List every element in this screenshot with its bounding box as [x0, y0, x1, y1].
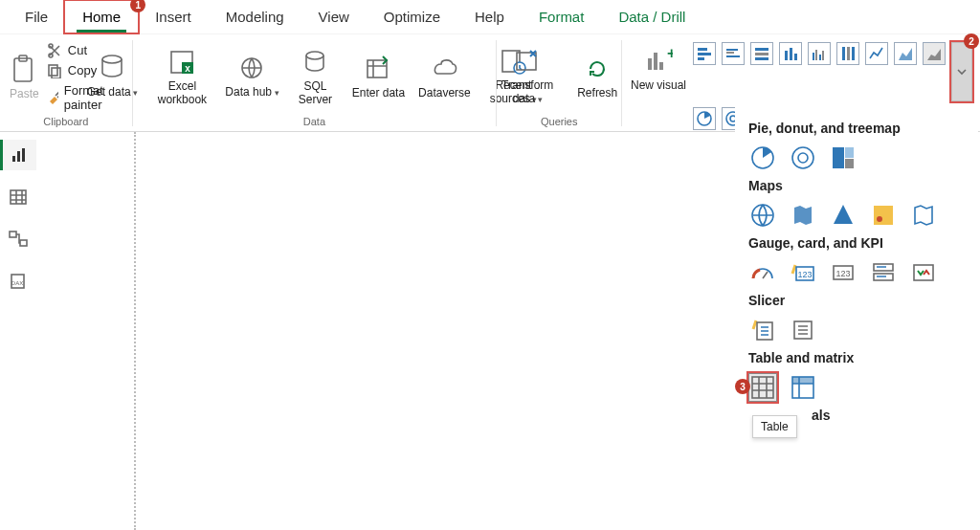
clipboard-icon — [11, 55, 37, 85]
tab-home[interactable]: Home 1 — [65, 1, 138, 33]
tab-view[interactable]: View — [301, 1, 367, 33]
viz-clustered-column[interactable] — [808, 42, 831, 65]
viz-arcgis-map[interactable] — [869, 201, 898, 230]
svg-rect-63 — [833, 147, 844, 168]
viz-area[interactable] — [894, 42, 917, 65]
viz-stacked-bar[interactable] — [693, 42, 716, 65]
enter-data-icon — [364, 55, 392, 83]
svg-rect-38 — [852, 47, 855, 60]
get-data-button[interactable]: Get data — [83, 49, 141, 99]
svg-rect-33 — [815, 50, 817, 60]
new-visual-icon: + — [644, 47, 673, 76]
viz-slicer[interactable] — [789, 316, 817, 344]
svg-rect-27 — [755, 53, 768, 55]
section-gauge: Gauge, card, and KPI — [748, 235, 974, 251]
tab-optimize[interactable]: Optimize — [367, 1, 457, 33]
dax-view-icon: DAX — [9, 273, 28, 290]
viz-table-large[interactable] — [748, 373, 777, 402]
viz-donut-large[interactable] — [789, 144, 817, 172]
svg-text:DAX: DAX — [11, 280, 23, 286]
viz-kpi[interactable] — [909, 258, 938, 287]
tab-data-drill[interactable]: Data / Drill — [601, 1, 702, 33]
tab-modeling[interactable]: Modeling — [209, 1, 301, 33]
svg-point-62 — [798, 153, 808, 163]
svg-rect-75 — [914, 265, 933, 280]
svg-rect-22 — [698, 57, 704, 60]
svg-point-68 — [877, 216, 882, 222]
copy-icon — [47, 63, 62, 78]
viz-100-column[interactable] — [836, 42, 859, 65]
table-view-button[interactable] — [0, 182, 36, 212]
svg-rect-16 — [648, 58, 652, 70]
viz-card2[interactable]: 123 — [829, 258, 858, 287]
queries-group-label: Queries — [541, 114, 578, 131]
visual-gallery-expand[interactable]: 2 — [951, 42, 972, 101]
tab-help[interactable]: Help — [457, 1, 522, 33]
viz-treemap-large[interactable] — [829, 144, 858, 172]
tab-insert[interactable]: Insert — [138, 1, 209, 33]
svg-rect-67 — [874, 206, 893, 225]
viz-pie-large[interactable] — [748, 144, 777, 172]
svg-rect-5 — [52, 68, 60, 78]
svg-point-11 — [306, 52, 323, 59]
svg-rect-25 — [726, 55, 740, 57]
svg-rect-20 — [698, 48, 707, 51]
viz-gauge-large[interactable] — [748, 258, 777, 287]
view-switcher: DAX — [0, 132, 36, 297]
paste-label: Paste — [10, 87, 39, 100]
model-view-button[interactable] — [0, 224, 36, 254]
svg-rect-18 — [659, 62, 663, 70]
excel-workbook-button[interactable]: x Excel workbook — [146, 43, 217, 106]
enter-data-button[interactable]: Enter data — [349, 50, 407, 99]
tab-file[interactable]: File — [8, 1, 65, 33]
report-view-button[interactable] — [0, 140, 36, 170]
report-view-icon — [11, 146, 30, 164]
viz-azure-map[interactable] — [829, 201, 858, 230]
refresh-button[interactable]: Refresh — [568, 50, 626, 99]
viz-filled-map[interactable] — [789, 201, 817, 230]
data-view-icon — [9, 188, 28, 206]
svg-rect-36 — [842, 47, 845, 60]
section-maps: Maps — [748, 178, 974, 193]
data-hub-button[interactable]: Data hub — [223, 49, 280, 99]
canvas-guide — [134, 132, 136, 530]
svg-text:x: x — [186, 63, 191, 74]
viz-100-bar[interactable] — [750, 42, 773, 65]
svg-text:123: 123 — [835, 269, 850, 278]
viz-line[interactable] — [865, 42, 888, 65]
transform-data-button[interactable]: Transform data — [492, 42, 563, 106]
viz-slicer-new[interactable] — [748, 316, 777, 344]
viz-pie[interactable] — [693, 107, 716, 130]
table-tooltip: Table — [752, 415, 797, 438]
sql-server-button[interactable]: SQL Server — [286, 43, 344, 106]
brush-icon — [47, 90, 58, 105]
viz-card-large[interactable]: 123 — [789, 258, 817, 287]
svg-point-6 — [102, 55, 122, 63]
viz-shape-map[interactable] — [909, 201, 938, 230]
viz-multirow-card-large[interactable] — [869, 258, 898, 287]
svg-rect-23 — [726, 49, 738, 51]
sql-icon — [301, 48, 329, 77]
viz-map-large[interactable] — [748, 201, 777, 230]
viz-matrix-large[interactable] — [789, 373, 817, 402]
dax-view-button[interactable]: DAX — [0, 266, 36, 297]
svg-rect-34 — [819, 55, 821, 60]
svg-point-61 — [792, 147, 813, 168]
svg-rect-4 — [49, 65, 57, 76]
svg-rect-24 — [726, 52, 734, 54]
globe-icon — [237, 54, 266, 82]
viz-stacked-column[interactable] — [779, 42, 802, 65]
new-visual-button[interactable]: + New visual — [630, 42, 687, 92]
tab-format[interactable]: Format — [522, 1, 602, 33]
svg-rect-65 — [845, 159, 854, 168]
dataverse-button[interactable]: Dataverse — [412, 50, 476, 99]
transform-icon — [513, 47, 542, 76]
svg-rect-52 — [12, 156, 15, 162]
viz-stacked-area[interactable] — [923, 42, 946, 65]
svg-rect-31 — [794, 54, 797, 60]
svg-rect-32 — [813, 53, 814, 60]
viz-clustered-bar[interactable] — [722, 42, 745, 65]
database-icon — [98, 54, 126, 82]
svg-rect-26 — [755, 48, 768, 51]
paste-button[interactable]: Paste — [8, 49, 41, 100]
